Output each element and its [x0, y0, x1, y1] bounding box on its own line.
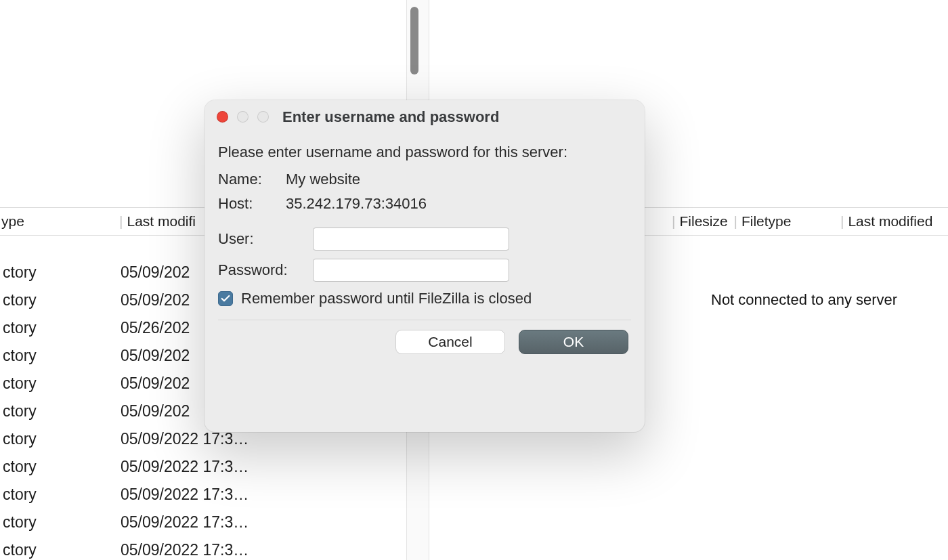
cell-filetype: ctory	[0, 513, 121, 532]
host-label: Host:	[218, 195, 286, 213]
col-separator: |	[118, 213, 124, 230]
table-row[interactable]: ctory05/09/2022 17:3…	[0, 453, 406, 481]
remember-checkbox[interactable]	[218, 291, 233, 306]
cell-last-modified: 05/09/2022 17:3…	[121, 486, 398, 504]
dialog-body: Please enter username and password for t…	[204, 134, 645, 354]
close-icon[interactable]	[217, 111, 228, 123]
cell-filetype: ctory	[0, 402, 121, 421]
user-input[interactable]	[313, 228, 509, 251]
table-row[interactable]: ctory05/09/2022 17:3…	[0, 536, 406, 560]
col-separator: |	[670, 213, 676, 230]
name-label: Name:	[218, 171, 286, 188]
cell-filetype: ctory	[0, 319, 121, 337]
host-value: 35.242.179.73:34016	[286, 195, 631, 213]
cell-last-modified: 05/09/2022 17:3…	[121, 541, 398, 559]
cell-last-modified: 05/09/2022 17:3…	[121, 458, 398, 476]
table-row[interactable]: ctory05/09/2022 17:3…	[0, 509, 406, 536]
dialog-titlebar[interactable]: Enter username and password	[204, 100, 645, 134]
ok-button[interactable]: OK	[519, 330, 628, 354]
col-last-modified[interactable]: Last modified	[845, 213, 948, 230]
remember-label: Remember password until FileZilla is clo…	[241, 290, 532, 307]
name-value: My website	[286, 171, 631, 188]
auth-dialog: Enter username and password Please enter…	[204, 100, 645, 432]
cancel-button[interactable]: Cancel	[395, 330, 505, 354]
cell-last-modified: 05/09/2022 17:3…	[121, 430, 398, 448]
col-separator: |	[732, 213, 738, 230]
cell-last-modified: 05/09/2022 17:3…	[121, 513, 398, 532]
col-type[interactable]: ype	[0, 213, 118, 230]
cell-filetype: ctory	[0, 374, 121, 393]
cell-filetype: ctory	[0, 486, 121, 504]
table-row[interactable]: ctory05/09/2022 17:3…	[0, 481, 406, 509]
password-input[interactable]	[313, 259, 509, 282]
dialog-title: Enter username and password	[269, 108, 645, 126]
col-filetype[interactable]: Filetype	[739, 213, 839, 230]
dialog-separator	[218, 320, 631, 320]
dialog-prompt: Please enter username and password for t…	[218, 144, 631, 161]
cell-filetype: ctory	[0, 541, 121, 559]
cell-filetype: ctory	[0, 458, 121, 476]
user-label: User:	[218, 230, 313, 248]
scrollbar-thumb[interactable]	[410, 7, 418, 74]
cell-filetype: ctory	[0, 430, 121, 448]
check-icon	[220, 293, 231, 304]
cell-filetype: ctory	[0, 263, 121, 282]
cell-filetype: ctory	[0, 291, 121, 309]
cell-filetype: ctory	[0, 347, 121, 365]
traffic-lights	[204, 111, 269, 123]
minimize-icon	[237, 111, 249, 123]
col-filesize[interactable]: Filesize	[676, 213, 732, 230]
password-label: Password:	[218, 261, 313, 279]
remote-status-message: Not connected to any server	[711, 291, 897, 309]
col-separator: |	[839, 213, 845, 230]
zoom-icon	[257, 111, 269, 123]
